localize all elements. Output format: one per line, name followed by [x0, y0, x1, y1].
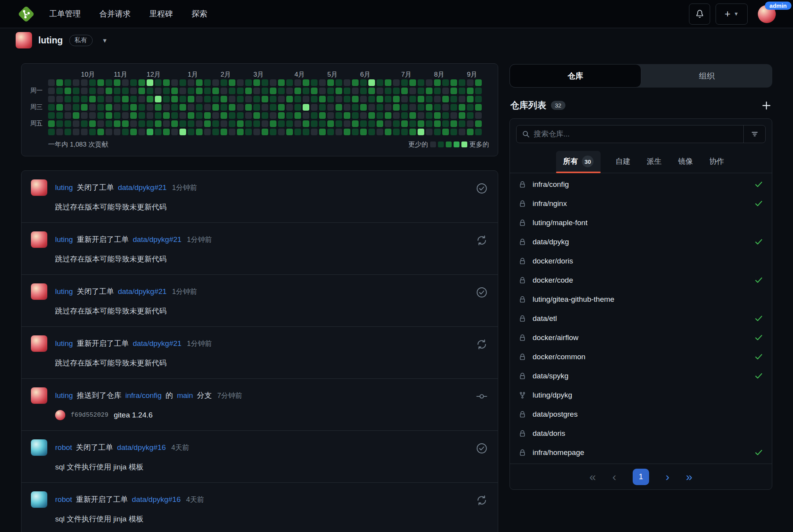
- repo-name-link[interactable]: luting/gitea-github-theme: [533, 295, 614, 304]
- repo-filter-所有[interactable]: 所有30: [556, 151, 601, 173]
- repo-name-link[interactable]: data/etl: [533, 314, 557, 323]
- user-avatar[interactable]: [31, 491, 47, 508]
- feed-item: luting关闭了工单data/dpykg#211分钟前跳过存在版本可能导致未更…: [22, 171, 498, 223]
- repo-row[interactable]: data/dpykg: [510, 232, 772, 251]
- first-page-button[interactable]: «: [589, 471, 596, 483]
- heatmap-cell: [196, 104, 203, 111]
- repo-name-link[interactable]: docker/doris: [533, 257, 573, 265]
- nav-item-合并请求[interactable]: 合并请求: [99, 9, 131, 19]
- repo-row[interactable]: luting/gitea-github-theme: [510, 290, 772, 309]
- user-avatar[interactable]: [31, 179, 47, 196]
- repo-name-link[interactable]: data/spykg: [533, 372, 569, 380]
- repo-filter-自建[interactable]: 自建: [614, 151, 632, 173]
- repo-row[interactable]: data/postgres: [510, 405, 772, 424]
- heatmap-cell: [377, 120, 383, 127]
- feed-repo-link[interactable]: data/dpykg#21: [118, 287, 167, 296]
- feed-repo-link[interactable]: data/dpykg#16: [117, 443, 166, 452]
- feed-item-body: sql 文件执行使用 jinja 模板: [55, 514, 488, 524]
- repo-filter-协作[interactable]: 协作: [708, 151, 726, 173]
- repo-name-link[interactable]: luting/dpykg: [533, 391, 572, 399]
- feed-repo-link[interactable]: data/dpykg#21: [118, 183, 167, 192]
- heatmap-cell: [278, 79, 285, 86]
- profile-dropdown-caret[interactable]: ▼: [102, 37, 108, 44]
- commit-sha-link[interactable]: f69d552029: [71, 412, 108, 419]
- nav-item-工单管理[interactable]: 工单管理: [49, 9, 81, 19]
- tab-仓库[interactable]: 仓库: [510, 64, 641, 88]
- feed-branch-link[interactable]: main: [177, 391, 193, 400]
- repo-row[interactable]: data/etl: [510, 309, 772, 328]
- next-page-button[interactable]: ›: [666, 471, 669, 483]
- heatmap-cell: [434, 112, 441, 119]
- repo-row[interactable]: data/spykg: [510, 366, 772, 385]
- repo-name-link[interactable]: luting/maple-font: [533, 219, 587, 227]
- heatmap-cell: [138, 79, 145, 86]
- repo-name-link[interactable]: docker/common: [533, 353, 585, 361]
- feed-repo-link[interactable]: data/dpykg#21: [133, 339, 181, 348]
- issue-closed-icon: [476, 442, 488, 456]
- heatmap-cell: [352, 120, 359, 127]
- repo-row[interactable]: docker/airflow: [510, 328, 772, 347]
- user-avatar[interactable]: [31, 387, 47, 404]
- repo-filter-button[interactable]: [743, 125, 765, 143]
- repo-name-link[interactable]: infra/homepage: [533, 448, 584, 457]
- repo-search-input[interactable]: [534, 130, 743, 138]
- feed-repo-link[interactable]: infra/config: [125, 391, 161, 400]
- current-page-button[interactable]: 1: [633, 469, 649, 485]
- repo-name-link[interactable]: data/postgres: [533, 410, 578, 419]
- feed-user-link[interactable]: robot: [55, 443, 72, 452]
- profile-avatar[interactable]: [16, 32, 32, 48]
- new-repo-button[interactable]: [761, 100, 771, 111]
- notifications-button[interactable]: [689, 4, 710, 25]
- nav-item-里程碑[interactable]: 里程碑: [149, 9, 173, 19]
- contribution-total: 一年内 1,083 次贡献: [48, 140, 108, 149]
- user-avatar[interactable]: [31, 231, 47, 248]
- gitea-logo[interactable]: [17, 5, 35, 23]
- feed-item: luting重新开启了工单data/dpykg#211分钟前跳过存在版本可能导致…: [22, 223, 498, 275]
- feed-repo-link[interactable]: data/dpykg#21: [133, 235, 181, 244]
- repo-row[interactable]: infra/nginx: [510, 194, 772, 213]
- repo-name-link[interactable]: docker/airflow: [533, 333, 578, 342]
- heatmap-cell: [204, 96, 211, 102]
- repo-row[interactable]: data/doris: [510, 424, 772, 443]
- repo-row[interactable]: docker/doris: [510, 251, 772, 270]
- create-new-button[interactable]: + ▼: [716, 4, 748, 25]
- feed-repo-link[interactable]: data/dpykg#16: [132, 495, 181, 504]
- prev-page-button[interactable]: ‹: [612, 471, 616, 483]
- feed-user-link[interactable]: luting: [55, 339, 73, 348]
- repo-row[interactable]: docker/common: [510, 347, 772, 366]
- lock-icon: [518, 430, 526, 437]
- repo-name-link[interactable]: data/doris: [533, 429, 565, 438]
- heatmap-cell: [409, 96, 416, 102]
- heatmap-cell: [163, 96, 170, 102]
- repo-name-link[interactable]: infra/nginx: [533, 199, 567, 208]
- repo-row[interactable]: docker/code: [510, 270, 772, 290]
- nav-item-探索[interactable]: 探索: [192, 9, 207, 19]
- heatmap-cell: [253, 104, 260, 111]
- heatmap-month-labels: 10月11月12月1月2月3月4月5月6月7月8月9月: [48, 70, 489, 79]
- feed-user-link[interactable]: luting: [55, 183, 73, 192]
- repo-row[interactable]: infra/config: [510, 175, 772, 194]
- repo-filter-镜像[interactable]: 镜像: [676, 151, 694, 173]
- heatmap-cell: [434, 79, 441, 86]
- feed-user-link[interactable]: luting: [55, 287, 73, 296]
- last-page-button[interactable]: »: [686, 471, 693, 483]
- heatmap-cell: [278, 104, 285, 111]
- feed-user-link[interactable]: robot: [55, 495, 72, 504]
- repo-row[interactable]: luting/dpykg: [510, 385, 772, 405]
- repo-row[interactable]: luting/maple-font: [510, 213, 772, 232]
- repo-name-link[interactable]: docker/code: [533, 276, 573, 285]
- plus-icon: +: [725, 8, 730, 20]
- feed-user-link[interactable]: luting: [55, 391, 73, 400]
- repo-name-link[interactable]: infra/config: [533, 180, 569, 189]
- feed-user-link[interactable]: luting: [55, 235, 73, 244]
- profile-username[interactable]: luting: [38, 35, 63, 46]
- tab-组织[interactable]: 组织: [641, 64, 772, 88]
- user-avatar[interactable]: [31, 439, 47, 456]
- user-avatar[interactable]: [31, 335, 47, 352]
- repo-name-link[interactable]: data/dpykg: [533, 238, 569, 246]
- repo-row[interactable]: infra/homepage: [510, 443, 772, 462]
- repo-filter-派生[interactable]: 派生: [645, 151, 663, 173]
- user-avatar[interactable]: [31, 283, 47, 300]
- user-menu[interactable]: admin: [758, 5, 776, 23]
- heatmap-cell: [442, 120, 449, 127]
